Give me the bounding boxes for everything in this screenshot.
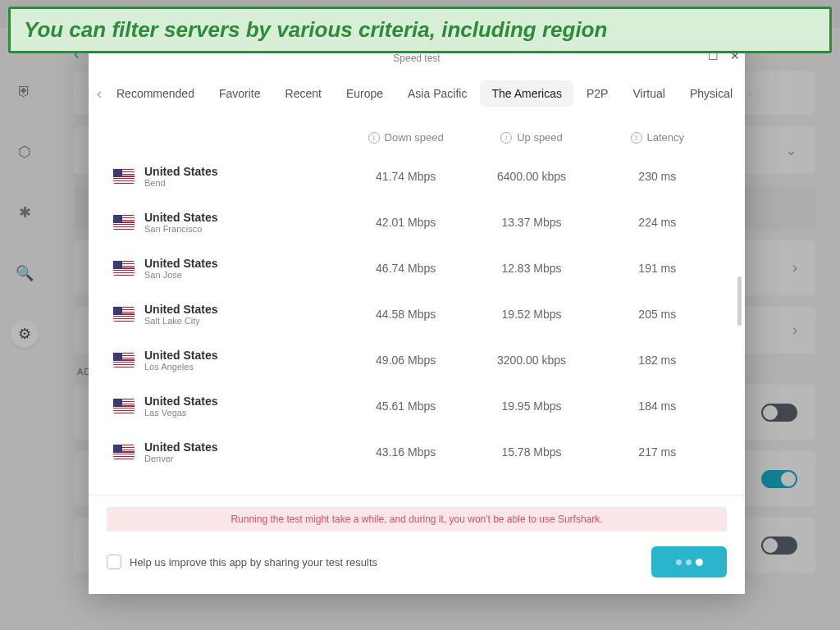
up-speed-value: 15.78 Mbps — [468, 445, 594, 459]
flag-icon-us — [113, 215, 135, 230]
server-city: San Francisco — [144, 224, 217, 234]
down-speed-value: 49.06 Mbps — [343, 354, 468, 367]
server-city: Salt Lake City — [144, 316, 217, 326]
up-speed-value: 12.83 Mbps — [468, 262, 594, 275]
tabs-scroll-right[interactable]: › — [747, 85, 752, 103]
down-speed-value: 42.01 Mbps — [343, 216, 468, 229]
latency-value: 224 ms — [595, 216, 720, 229]
server-country: United States — [144, 349, 217, 362]
up-speed-value: 6400.00 kbps — [468, 170, 594, 183]
server-list: United StatesBend41.74 Mbps6400.00 kbps2… — [89, 153, 745, 495]
server-country: United States — [144, 211, 217, 224]
down-speed-value: 45.61 Mbps — [343, 399, 468, 413]
speed-test-dialog: Speed test ☐ ✕ ‹ RecommendedFavoriteRece… — [89, 46, 745, 594]
loading-dot-icon — [686, 559, 692, 565]
info-icon[interactable]: i — [631, 132, 642, 144]
filter-tabs: ‹ RecommendedFavoriteRecentEuropeAsia Pa… — [89, 71, 745, 116]
up-speed-value: 19.52 Mbps — [468, 308, 594, 321]
flag-icon-us — [113, 307, 135, 322]
share-results-label: Help us improve this app by sharing your… — [130, 556, 377, 568]
flag-icon-us — [113, 399, 135, 413]
server-row[interactable]: United StatesLos Angeles49.06 Mbps3200.0… — [113, 337, 720, 383]
server-country: United States — [144, 257, 217, 270]
server-country: United States — [144, 395, 217, 408]
server-row[interactable]: United StatesLas Vegas45.61 Mbps19.95 Mb… — [113, 383, 720, 429]
down-speed-value: 46.74 Mbps — [343, 262, 468, 275]
tab-recent[interactable]: Recent — [274, 80, 333, 107]
server-country: United States — [144, 303, 217, 316]
latency-value: 184 ms — [595, 399, 720, 413]
tab-asia-pacific[interactable]: Asia Pacific — [396, 80, 478, 107]
up-speed-value: 13.37 Mbps — [468, 216, 594, 229]
col-up-speed: iUp speed — [468, 131, 594, 144]
flag-icon-us — [113, 445, 135, 459]
tab-p2p[interactable]: P2P — [575, 80, 619, 107]
server-city: Los Angeles — [144, 362, 217, 372]
server-city: Denver — [144, 454, 217, 463]
latency-value: 230 ms — [595, 170, 720, 183]
latency-value: 182 ms — [595, 354, 720, 367]
tab-the-americas[interactable]: The Americas — [480, 80, 573, 107]
down-speed-value: 43.16 Mbps — [343, 445, 468, 459]
tab-virtual[interactable]: Virtual — [621, 80, 676, 107]
server-row[interactable]: United StatesSalt Lake City44.58 Mbps19.… — [113, 291, 720, 337]
up-speed-value: 19.95 Mbps — [468, 399, 594, 413]
tab-favorite[interactable]: Favorite — [208, 80, 272, 107]
server-country: United States — [144, 165, 217, 178]
info-icon[interactable]: i — [368, 132, 380, 144]
share-results-checkbox[interactable]: Help us improve this app by sharing your… — [107, 555, 377, 569]
checkbox-icon — [107, 555, 121, 569]
server-country: United States — [144, 441, 217, 454]
server-city: San Jose — [144, 270, 217, 280]
server-city: Las Vegas — [144, 408, 217, 418]
scrollbar-thumb[interactable] — [737, 276, 742, 326]
up-speed-value: 3200.00 kbps — [468, 354, 594, 367]
server-row[interactable]: United StatesSan Jose46.74 Mbps12.83 Mbp… — [113, 245, 720, 291]
flag-icon-us — [113, 353, 135, 368]
dialog-title: Speed test — [393, 52, 440, 64]
tab-recommended[interactable]: Recommended — [105, 80, 206, 107]
server-row[interactable]: United StatesDenver43.16 Mbps15.78 Mbps2… — [113, 429, 720, 475]
server-row[interactable]: United StatesSan Francisco42.01 Mbps13.3… — [113, 199, 720, 245]
down-speed-value: 41.74 Mbps — [343, 170, 468, 183]
latency-value: 217 ms — [595, 445, 720, 459]
latency-value: 191 ms — [595, 262, 720, 275]
col-latency: iLatency — [595, 131, 720, 144]
loading-dot-icon — [696, 559, 703, 566]
run-test-button[interactable] — [651, 546, 727, 578]
flag-icon-us — [113, 261, 135, 276]
down-speed-value: 44.58 Mbps — [343, 308, 468, 321]
info-icon[interactable]: i — [500, 132, 512, 144]
column-headers: iDown speed iUp speed iLatency — [89, 116, 745, 153]
warning-banner: Running the test might take a while, and… — [107, 507, 727, 532]
tab-europe[interactable]: Europe — [335, 80, 395, 107]
tabs-scroll-left[interactable]: ‹ — [97, 85, 102, 103]
loading-dot-icon — [676, 559, 682, 565]
col-down-speed: iDown speed — [343, 131, 468, 144]
dialog-footer: Running the test might take a while, and… — [89, 495, 745, 594]
server-city: Bend — [144, 178, 217, 188]
annotation-caption: You can filter servers by various criter… — [8, 7, 832, 53]
flag-icon-us — [113, 169, 135, 184]
tab-physical[interactable]: Physical — [678, 80, 744, 107]
server-row[interactable]: United StatesBend41.74 Mbps6400.00 kbps2… — [113, 153, 720, 199]
latency-value: 205 ms — [595, 308, 720, 321]
